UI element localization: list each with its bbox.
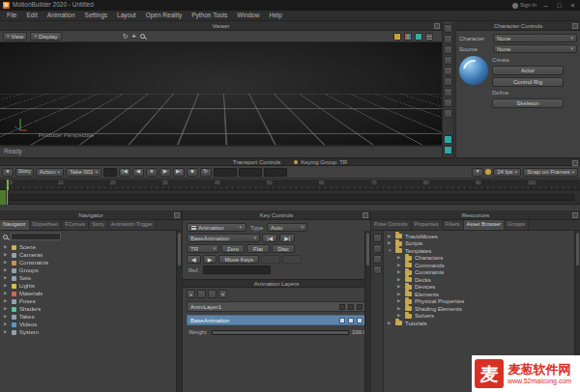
layer-lock-icon[interactable] (357, 304, 362, 310)
expand-arrow-icon[interactable]: ▶ (4, 299, 9, 304)
keying-channels-select[interactable]: TR ▾ (187, 244, 219, 253)
skeleton-button[interactable]: Skeleton (492, 98, 564, 108)
take-select[interactable]: Take 001 ▾ (66, 168, 102, 177)
tree-item-takes[interactable]: ▶Takes (0, 313, 182, 321)
tree-item-poses[interactable]: ▶Poses (0, 297, 182, 305)
character-representation-icon[interactable] (459, 56, 488, 85)
expand-arrow-icon[interactable]: ▶ (4, 307, 9, 312)
add-layer-icon[interactable]: + (187, 290, 195, 298)
tab-dopesheet[interactable]: Dopesheet (30, 220, 63, 230)
orbit-tool-icon[interactable]: ↻ (123, 33, 129, 40)
end-frame-field[interactable] (264, 168, 287, 177)
tree-item-sets[interactable]: ▶Sets (0, 274, 182, 282)
tree-item-materials[interactable]: ▶Materials (0, 290, 182, 297)
tree-item-lights[interactable]: ▶Lights (0, 282, 182, 290)
zero-key-button[interactable]: Zero (221, 244, 245, 253)
tree-item-videos[interactable]: ▶Videos (0, 321, 182, 328)
expand-arrow-icon[interactable]: ▶ (4, 292, 9, 296)
go-to-end-button[interactable]: ▶| (173, 168, 185, 177)
close-button[interactable]: × (568, 2, 577, 9)
expand-arrow-icon[interactable]: ▶ (397, 314, 402, 319)
layer-solo-icon[interactable] (348, 318, 354, 323)
layer-solo-icon[interactable] (348, 304, 354, 310)
lighting-icon[interactable] (393, 33, 401, 41)
tool-icon[interactable] (444, 35, 452, 43)
tab-story[interactable]: Story (89, 220, 108, 230)
grid-display-icon[interactable] (425, 33, 433, 41)
asset-folder-scripts[interactable]: ▶Scripts (384, 240, 580, 248)
key-type-select[interactable]: Auto ▾ (267, 223, 307, 232)
expand-arrow-icon[interactable]: ▶ (388, 235, 392, 239)
go-to-start-button[interactable]: |◀ (119, 168, 130, 177)
camera-name-label[interactable]: Producer Perspective (39, 132, 94, 138)
display-menu-button[interactable]: ▾ Display (30, 32, 61, 41)
axis-display-icon[interactable] (404, 33, 412, 41)
tool-icon[interactable] (444, 88, 452, 97)
menu-window[interactable]: Window (232, 13, 264, 19)
search-icon[interactable] (373, 234, 382, 242)
expand-arrow-icon[interactable]: ▶ (388, 241, 392, 246)
collapse-arrow-icon[interactable]: ▼ (388, 249, 392, 254)
transport-mode-select[interactable]: Action ▾ (36, 168, 64, 177)
layer-mute-icon[interactable] (339, 318, 345, 323)
ref-field[interactable] (203, 266, 271, 274)
expand-arrow-icon[interactable]: ▶ (4, 276, 9, 281)
menu-animation[interactable]: Animation (43, 13, 80, 19)
expand-arrow-icon[interactable]: ▶ (4, 253, 9, 258)
menu-help[interactable]: Help (264, 13, 286, 19)
tool-icon[interactable] (444, 77, 452, 86)
expand-arrow-icon[interactable]: ▶ (4, 284, 9, 289)
weight-slider[interactable] (212, 330, 349, 335)
asset-folder-solvers[interactable]: ▶Solvers (384, 313, 580, 321)
expand-arrow-icon[interactable]: ▶ (388, 322, 392, 326)
tool-icon[interactable] (444, 109, 452, 118)
panel-menu-icon[interactable] (572, 23, 578, 29)
expand-arrow-icon[interactable]: ▶ (397, 256, 402, 261)
filter-input[interactable] (11, 233, 61, 240)
asset-folder-characters[interactable]: ▶Characters (384, 255, 580, 263)
take-start-marker[interactable] (0, 190, 6, 205)
sign-in-button[interactable]: Sign In (512, 3, 536, 9)
animation-menu-button[interactable]: Animation ▾ (187, 223, 246, 232)
pan-tool-icon[interactable]: + (132, 33, 136, 40)
tree-item-shaders[interactable]: ▶Shaders (0, 305, 182, 313)
tool-icon[interactable] (444, 24, 452, 33)
tab-asset-browser[interactable]: Asset Browser (464, 220, 505, 230)
expand-arrow-icon[interactable]: ▶ (397, 270, 402, 275)
tab-fcurves[interactable]: FCurves (62, 220, 89, 230)
start-frame-field[interactable] (214, 168, 237, 177)
tab-pose-controls[interactable]: Pose Controls (371, 220, 412, 230)
record-button[interactable]: ● (146, 168, 158, 177)
source-select[interactable]: None ▾ (493, 44, 577, 53)
zoom-tool-icon[interactable] (140, 34, 145, 39)
scrollbar-thumb[interactable] (576, 233, 579, 266)
shift-right-button[interactable]: ▶ (203, 255, 218, 264)
settings-icon[interactable] (373, 266, 382, 274)
next-key-button[interactable]: ▶| (279, 234, 295, 242)
expand-arrow-icon[interactable]: ▶ (4, 315, 9, 320)
play-button[interactable]: ▶ (160, 168, 171, 177)
panel-menu-icon[interactable] (362, 212, 368, 218)
tree-item-system[interactable]: ▶System (0, 328, 182, 336)
menu-edit[interactable]: Edit (21, 13, 42, 19)
layer-row-animlayer1[interactable]: AnimLayer1 (187, 301, 366, 312)
layer-row-baseanimation[interactable]: BaseAnimation (187, 315, 366, 325)
tree-item-cameras[interactable]: ▶Cameras (0, 251, 182, 259)
transport-options-button[interactable]: ▾ (472, 168, 483, 177)
menu-open-reality[interactable]: Open Reality (141, 13, 188, 19)
expand-arrow-icon[interactable]: ▶ (397, 278, 402, 283)
menu-file[interactable]: File (2, 13, 21, 19)
animation-layer-select[interactable]: BaseAnimation ▾ (187, 234, 260, 242)
merge-layer-icon[interactable] (208, 290, 217, 298)
expand-arrow-icon[interactable]: ▶ (4, 268, 9, 273)
asset-folder-constraints[interactable]: ▶Constraints (384, 269, 580, 277)
stop-button[interactable]: ■ (187, 168, 198, 177)
tool-icon[interactable] (444, 45, 452, 54)
panel-menu-icon[interactable] (434, 23, 440, 29)
story-mute-button[interactable]: ● (2, 168, 14, 177)
tab-navigator[interactable]: Navigator (0, 220, 30, 230)
tab-filters[interactable]: Filters (443, 220, 464, 230)
scrollbar-thumb[interactable] (178, 233, 181, 266)
duplicate-layer-icon[interactable] (197, 290, 206, 298)
take-lane[interactable] (10, 194, 574, 201)
